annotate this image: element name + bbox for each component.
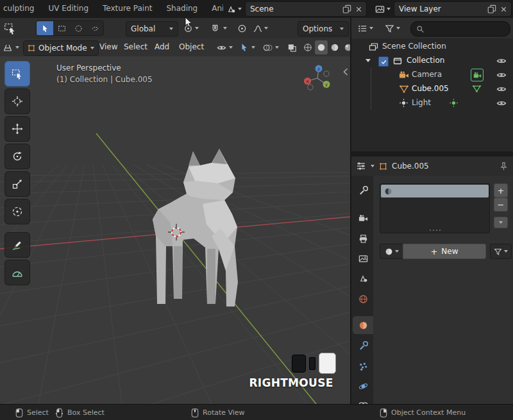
scene-name-field[interactable]: Scene [245,1,367,17]
editor-type-dropdown[interactable] [3,40,19,55]
tab-uv-editing[interactable]: UV Editing [41,0,96,18]
add-slot-button[interactable]: + [494,183,508,197]
tab-modifiers[interactable] [353,337,373,355]
status-hint-box-select: Box Select [55,405,105,420]
tool-measure[interactable] [4,260,30,285]
slot-specials-button[interactable] [494,217,508,228]
outliner-label: Camera [412,70,442,79]
outliner-row-cube005[interactable]: Cube.005 [351,82,513,96]
hide-eye-icon[interactable] [496,98,507,108]
navigation-gizmo[interactable]: x y z [303,63,332,92]
tab-sculpting[interactable]: culpting [0,0,41,18]
tool-select-box[interactable] [4,61,30,87]
axis-neg-y[interactable] [308,85,313,90]
outliner-search-input[interactable] [428,24,501,34]
proportional-falloff-dropdown[interactable] [251,21,269,35]
select-mode-box[interactable] [53,21,70,35]
mesh-data-icon[interactable] [472,84,482,94]
axis-z-label: z [317,67,320,72]
light-data-icon[interactable] [449,98,458,108]
shading-solid-button[interactable] [315,40,328,55]
pin-icon[interactable] [499,162,509,171]
tab-texture-paint[interactable]: Texture Paint [96,0,159,18]
outliner-row-collection[interactable]: Collection [351,54,513,68]
tool-rotate[interactable] [4,144,30,169]
expand-arrow-icon[interactable] [366,59,371,62]
chevron-down-icon [275,46,279,49]
outliner-row-camera[interactable]: Camera [351,68,513,82]
viewport-3d[interactable]: User Perspective (1) Collection | Cube.0… [0,56,351,404]
tab-particles[interactable] [353,357,373,375]
tab-view-layer[interactable] [353,249,373,267]
camera-object-icon [399,70,409,80]
material-slot-list[interactable] [380,183,490,233]
properties-editor-icon[interactable] [356,161,366,171]
shading-material-button[interactable] [328,40,341,55]
tab-physics[interactable] [353,377,373,395]
options-dropdown[interactable]: Options [298,21,349,37]
tab-render[interactable] [353,209,373,227]
menu-select[interactable]: Select [119,38,152,56]
snap-settings-dropdown[interactable] [222,21,228,35]
tab-material[interactable] [353,316,373,334]
tab-tool[interactable] [353,181,373,199]
camera-data-badge[interactable] [471,69,484,81]
tab-shading[interactable]: Shading [159,0,205,18]
mode-dropdown[interactable]: Object Mode [23,40,99,56]
scene-icon [226,4,236,14]
new-scene-button[interactable] [342,4,351,13]
tool-move[interactable] [4,116,30,142]
collection-icon [392,56,403,66]
material-slot[interactable] [381,185,489,197]
menu-object[interactable]: Object [174,38,208,56]
orientation-label: Global [131,24,155,33]
remove-view-layer-button[interactable] [500,5,508,13]
collection-checkbox[interactable] [378,56,389,67]
hide-eye-icon[interactable] [496,56,507,66]
transform-orientation-dropdown[interactable]: Global [126,21,178,37]
hide-eye-icon[interactable] [496,84,507,94]
tool-cursor[interactable] [4,88,30,114]
tab-scene[interactable] [353,269,373,287]
select-mode-tweak[interactable] [37,21,53,35]
tool-transform[interactable] [4,199,30,224]
link-material-dropdown[interactable] [490,244,512,259]
tool-scale[interactable] [4,171,30,197]
left-mouse-icon [15,408,23,418]
tab-output[interactable] [353,230,373,248]
view-layer-browse-button[interactable] [373,2,392,16]
outliner-row-light[interactable]: Light [351,96,513,110]
new-material-button[interactable]: + New [403,244,486,259]
outliner-filter-dropdown[interactable] [383,21,401,35]
menu-add[interactable]: Add [150,38,174,56]
tab-animation[interactable]: Ani [205,0,223,18]
editor-divider[interactable] [350,18,351,404]
shading-rendered-button[interactable] [342,40,351,55]
sidebar-collapse-arrow[interactable] [342,67,349,76]
xray-toggle[interactable] [287,40,297,55]
shading-wireframe-button[interactable] [301,40,314,55]
object-visibility-dropdown[interactable] [217,40,233,55]
menu-view[interactable]: View [95,38,122,56]
list-resize-grip[interactable] [380,230,489,231]
panel-divider[interactable] [351,151,513,156]
gizmos-dropdown[interactable] [240,40,255,55]
new-view-layer-button[interactable] [487,4,496,13]
outliner-row-scene-collection[interactable]: Scene Collection [351,40,513,54]
remove-slot-button[interactable]: − [494,197,508,212]
proportional-editing-toggle[interactable] [236,21,248,35]
outliner-display-mode-dropdown[interactable] [357,21,374,35]
tab-world[interactable] [353,290,373,308]
view-layer-name-field[interactable]: View Layer [394,1,512,17]
select-mode-circle[interactable] [70,21,87,35]
unlink-scene-button[interactable] [355,5,363,13]
hide-eye-icon[interactable] [496,70,507,80]
axis-neg-x[interactable] [324,71,329,76]
snap-toggle[interactable] [209,21,221,35]
scene-browse-button[interactable] [224,2,244,16]
tool-annotate[interactable] [4,232,30,258]
funnel-icon [494,248,502,256]
browse-material-button[interactable] [380,244,404,259]
select-mode-lasso[interactable] [87,21,103,35]
overlays-dropdown[interactable] [263,40,279,55]
